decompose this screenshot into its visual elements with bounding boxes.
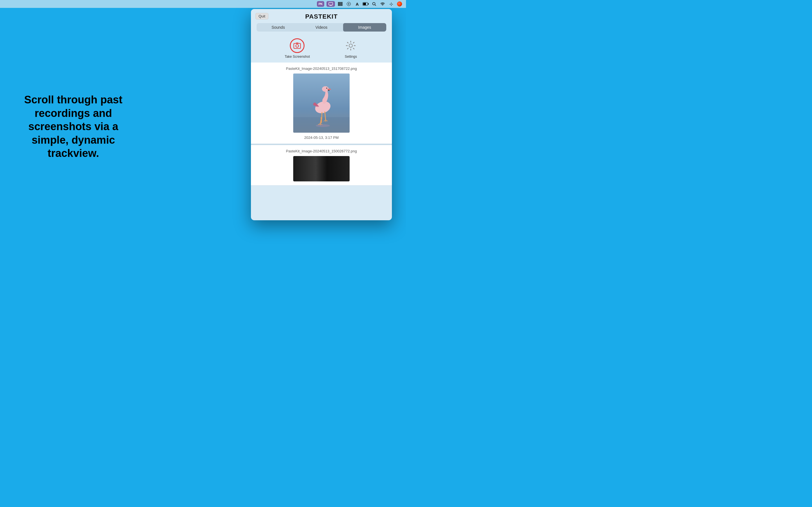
settings-label: Settings [345, 55, 357, 59]
image-card-2: PasteKit_Image-20240513_150026772.png [251, 145, 392, 186]
siri-menubar-icon[interactable] [396, 1, 403, 7]
tab-images[interactable]: Images [343, 23, 386, 32]
svg-rect-9 [342, 2, 343, 6]
app-title-paste: PASTE [305, 13, 327, 20]
quit-button[interactable]: Quit [255, 13, 268, 19]
play-menubar-icon[interactable] [346, 1, 352, 7]
battery-menubar-icon[interactable] [363, 1, 369, 7]
image-card-1: PasteKit_Image-20240513_151708722.png [251, 62, 392, 144]
svg-point-37 [316, 124, 330, 127]
menubar: PK A [0, 0, 406, 8]
content-area[interactable]: PasteKit_Image-20240513_151708722.png [251, 62, 392, 220]
app-title-kit: KIT [327, 13, 338, 20]
barcode-menubar-icon[interactable] [337, 1, 343, 7]
tabs-container: Sounds Videos Images [257, 23, 386, 32]
svg-rect-13 [363, 3, 366, 5]
gear-icon [343, 38, 358, 53]
wifi-menubar-icon[interactable] [379, 1, 386, 7]
svg-point-17 [382, 5, 383, 6]
controls-menubar-icon[interactable]: ⊹ [388, 1, 394, 7]
tab-sounds[interactable]: Sounds [257, 23, 300, 32]
svg-marker-11 [349, 3, 350, 5]
svg-rect-2 [329, 5, 332, 6]
screenshot-label: Take Screenshot [285, 55, 310, 59]
svg-rect-4 [339, 2, 339, 6]
svg-point-25 [326, 88, 327, 89]
tab-videos[interactable]: Videos [300, 23, 343, 32]
take-screenshot-button[interactable]: Take Screenshot [285, 38, 310, 59]
svg-rect-6 [340, 2, 341, 6]
image-filename-2: PasteKit_Image-20240513_150026772.png [286, 149, 357, 153]
screen-record-menubar-icon[interactable] [326, 1, 335, 7]
search-menubar-icon[interactable] [371, 1, 377, 7]
settings-button[interactable]: Settings [343, 38, 358, 59]
app-window: Quit PASTEKIT Sounds Videos Images Take … [251, 9, 392, 220]
a-menubar-icon[interactable]: A [354, 1, 360, 7]
toolbar: Take Screenshot Settings [251, 34, 392, 62]
pk-menubar-icon[interactable]: PK [317, 1, 324, 7]
svg-rect-7 [341, 2, 342, 6]
window-header: Quit PASTEKIT Sounds Videos Images [251, 9, 392, 34]
svg-rect-5 [340, 2, 340, 6]
background-tagline: Scroll through past recordings and scree… [14, 93, 133, 160]
dark-image [293, 156, 350, 181]
svg-point-26 [327, 88, 327, 88]
image-timestamp-1: 2024-05-13, 3:17 PM [304, 135, 339, 140]
svg-point-19 [296, 45, 299, 47]
svg-rect-14 [368, 3, 369, 5]
image-filename-1: PasteKit_Image-20240513_151708722.png [286, 66, 357, 71]
svg-rect-0 [329, 3, 333, 5]
app-title: PASTEKIT [305, 13, 338, 20]
screenshot-icon [290, 38, 305, 53]
flamingo-image [293, 73, 350, 133]
svg-rect-8 [342, 2, 342, 6]
svg-rect-3 [338, 2, 339, 6]
svg-line-16 [375, 5, 376, 6]
svg-rect-18 [294, 43, 301, 48]
